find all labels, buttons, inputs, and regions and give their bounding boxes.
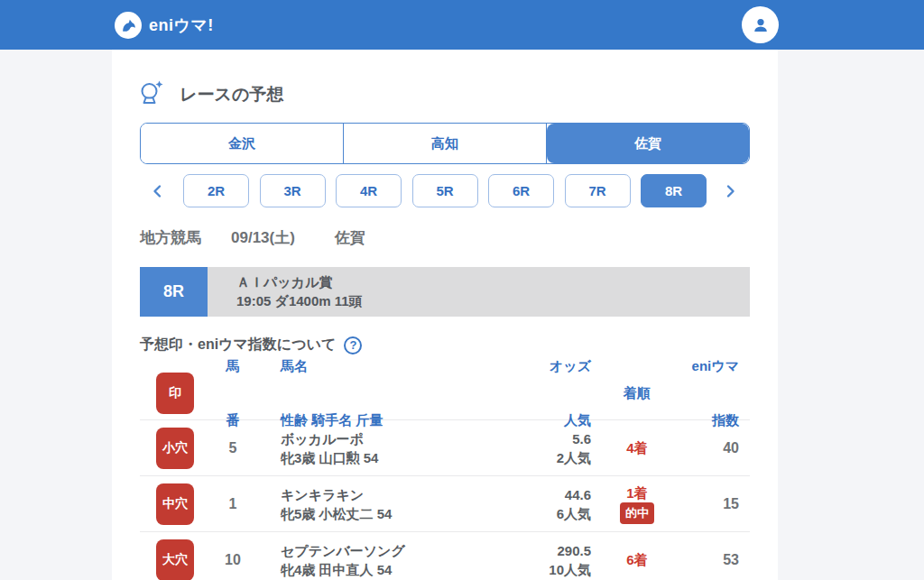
horse-info: キンキラキン 牝5歳 小松丈二 54 <box>272 485 483 523</box>
race-banner: 8R ＡＩパッカル賞 19:05 ダ1400m 11頭 <box>140 267 750 317</box>
race-button-3r[interactable]: 3R <box>260 174 326 207</box>
popularity: 6人気 <box>483 504 591 523</box>
hit-badge: 的中 <box>620 502 654 524</box>
horse-number: 10 <box>194 552 272 568</box>
odds-cell: 290.5 10人気 <box>483 541 591 579</box>
popularity: 10人気 <box>483 560 591 579</box>
horse-name: キンキラキン <box>281 485 483 504</box>
user-avatar-button[interactable] <box>742 6 779 43</box>
table-row[interactable]: 大穴 10 セプテンバーソング 牝4歳 田中直人 54 290.5 10人気 6… <box>140 532 750 580</box>
horse-profile: 牝3歳 山口勲 54 <box>281 448 483 467</box>
race-details: 19:05 ダ1400m 11頭 <box>236 293 750 310</box>
person-icon <box>750 14 772 36</box>
horse-number: 1 <box>194 496 272 512</box>
race-banner-body: ＡＩパッカル賞 19:05 ダ1400m 11頭 <box>208 267 750 317</box>
page-title: レースの予想 <box>180 83 283 106</box>
horse-profile: 牝5歳 小松丈二 54 <box>281 504 483 523</box>
eniuma-index: 15 <box>669 496 739 512</box>
result-cell: 6着 <box>605 551 669 568</box>
finish-position: 6着 <box>605 551 669 568</box>
race-button-5r[interactable]: 5R <box>412 174 478 207</box>
odds-value: 5.6 <box>483 429 591 448</box>
horse-number: 5 <box>194 440 272 456</box>
horse-logo-icon <box>115 12 142 39</box>
prev-race-chevron-icon[interactable] <box>152 184 164 198</box>
prediction-table: 印 馬 番 馬名 性齢 騎手名 斤量 オッズ 人気 着順 eniウマ 指数 <box>140 366 750 580</box>
race-button-group: 2R 3R 4R 5R 6R 7R 8R <box>183 174 707 207</box>
race-date: 09/13(土) <box>231 227 295 248</box>
race-button-2r[interactable]: 2R <box>183 174 249 207</box>
horse-name: セプテンバーソング <box>281 541 483 560</box>
race-button-7r[interactable]: 7R <box>565 174 631 207</box>
odds-value: 44.6 <box>483 485 591 504</box>
race-name: ＡＩパッカル賞 <box>236 274 750 291</box>
table-row[interactable]: 中穴 1 キンキラキン 牝5歳 小松丈二 54 44.6 6人気 1着 的中 1… <box>140 476 750 532</box>
tab-kanazawa[interactable]: 金沢 <box>141 124 344 163</box>
horse-info: セプテンバーソング 牝4歳 田中直人 54 <box>272 541 483 579</box>
result-cell: 1着 的中 <box>605 484 669 524</box>
header-result: 着順 <box>605 384 669 402</box>
race-category: 地方競馬 <box>140 227 201 248</box>
content-card: レースの予想 金沢 高知 佐賀 2R 3R 4R 5R 6R 7R 8R <box>112 50 778 580</box>
brand-name: eniウマ! <box>149 14 214 36</box>
race-meta: 地方競馬 09/13(土) 佐賀 <box>140 227 750 248</box>
result-cell: 4着 <box>605 439 669 456</box>
race-button-6r[interactable]: 6R <box>488 174 554 207</box>
crystal-ball-icon <box>140 79 164 109</box>
venue-tab-bar: 金沢 高知 佐賀 <box>140 123 750 164</box>
tab-kochi[interactable]: 高知 <box>344 124 547 163</box>
mark-header-badge: 印 <box>156 373 194 414</box>
race-button-4r[interactable]: 4R <box>336 174 402 207</box>
race-number-badge: 8R <box>140 267 208 317</box>
eniuma-index: 53 <box>669 552 739 568</box>
tab-saga[interactable]: 佐賀 <box>547 124 749 163</box>
page-title-row: レースの予想 <box>140 79 750 109</box>
popularity: 2人気 <box>483 448 591 467</box>
horse-profile: 牝4歳 田中直人 54 <box>281 560 483 579</box>
mark-badge: 小穴 <box>156 428 194 469</box>
finish-position: 1着 <box>605 484 669 502</box>
horse-info: ボッカルーポ 牝3歳 山口勲 54 <box>272 429 483 467</box>
odds-value: 290.5 <box>483 541 591 560</box>
race-venue: 佐賀 <box>335 227 365 248</box>
odds-cell: 44.6 6人気 <box>483 485 591 523</box>
brand-logo[interactable]: eniウマ! <box>115 12 214 39</box>
mark-badge: 大穴 <box>156 539 194 580</box>
top-app-bar: eniウマ! <box>0 0 924 50</box>
eniuma-index: 40 <box>669 440 739 456</box>
next-race-chevron-icon[interactable] <box>725 184 738 198</box>
horse-name: ボッカルーポ <box>281 429 483 448</box>
race-button-8r[interactable]: 8R <box>641 174 707 207</box>
table-header-row: 印 馬 番 馬名 性齢 騎手名 斤量 オッズ 人気 着順 eniウマ 指数 <box>140 366 750 420</box>
mark-badge: 中穴 <box>156 483 194 525</box>
header-mark: 印 <box>156 373 194 414</box>
finish-position: 4着 <box>605 439 669 456</box>
race-nav: 2R 3R 4R 5R 6R 7R 8R <box>140 174 750 207</box>
odds-cell: 5.6 2人気 <box>483 429 591 467</box>
